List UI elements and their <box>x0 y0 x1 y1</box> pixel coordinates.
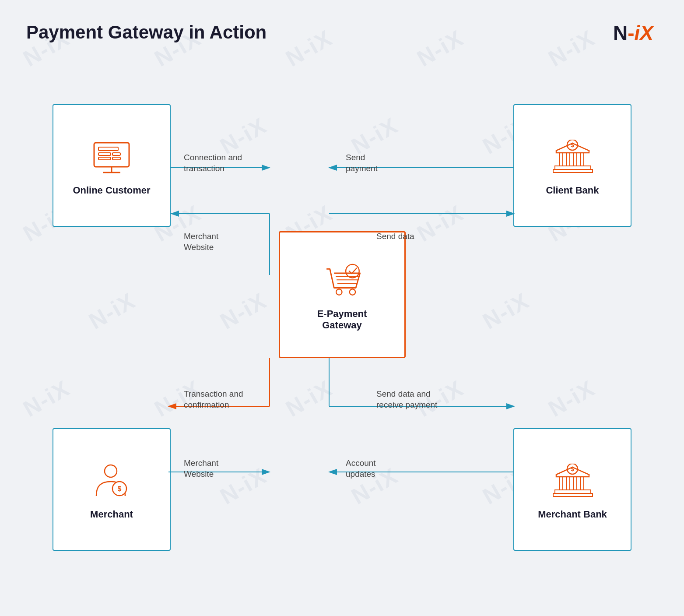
send-data-label: Send data <box>376 231 414 242</box>
svg-point-34 <box>336 289 342 295</box>
merchant-bank-node: $ Merchant Bank <box>513 428 631 551</box>
logo-n: N <box>613 21 628 44</box>
logo-ix: iX <box>635 21 653 44</box>
svg-rect-16 <box>98 153 111 155</box>
online-customer-icon <box>88 139 136 179</box>
svg-text:$: $ <box>117 485 121 493</box>
client-bank-title: Client Bank <box>546 185 599 196</box>
client-bank-icon: $ <box>548 139 596 179</box>
send-payment-label: Send payment <box>346 152 378 174</box>
svg-point-36 <box>346 264 359 278</box>
svg-rect-14 <box>94 143 129 167</box>
svg-point-37 <box>105 465 117 477</box>
logo-dash: - <box>628 21 634 44</box>
diagram: Online Customer $ <box>26 60 658 595</box>
merchant-title: Merchant <box>90 509 133 520</box>
svg-rect-25 <box>559 153 563 166</box>
merchant-website-top-label: Merchant Website <box>184 231 218 253</box>
svg-rect-19 <box>112 157 120 160</box>
transaction-confirmation-label: Transaction and confirmation <box>184 389 243 410</box>
page-title: Payment Gateway in Action <box>26 22 658 43</box>
svg-rect-48 <box>553 493 593 496</box>
svg-rect-43 <box>559 477 563 490</box>
connection-transaction-label: Connection and transaction <box>184 152 242 174</box>
epayment-gateway-icon <box>318 263 366 302</box>
merchant-node: $ Merchant <box>53 428 171 551</box>
page: N-iX N-iX N-iX N-iX N-iX N-iX N-iX N-iX … <box>0 0 684 616</box>
online-customer-title: Online Customer <box>73 185 150 196</box>
svg-rect-15 <box>98 147 118 151</box>
send-data-receive-payment-label: Send data and receive payment <box>376 389 437 410</box>
merchant-website-bottom-label: Merchant Website <box>184 458 218 479</box>
account-updates-label: Account updates <box>346 458 376 479</box>
svg-rect-45 <box>573 477 577 490</box>
svg-rect-17 <box>112 153 120 155</box>
client-bank-node: $ Client Bank <box>513 104 631 227</box>
svg-rect-29 <box>555 166 591 169</box>
svg-rect-26 <box>566 153 570 166</box>
merchant-bank-title: Merchant Bank <box>538 509 607 520</box>
svg-text:$: $ <box>571 141 574 148</box>
epayment-gateway-node: E-Payment Gateway <box>279 231 406 358</box>
svg-rect-47 <box>555 490 591 493</box>
svg-rect-18 <box>98 157 111 160</box>
svg-rect-28 <box>580 153 584 166</box>
merchant-icon: $ <box>88 463 136 503</box>
svg-rect-46 <box>580 477 584 490</box>
svg-rect-30 <box>553 169 593 172</box>
svg-text:$: $ <box>571 465 574 472</box>
online-customer-node: Online Customer <box>53 104 171 227</box>
svg-point-35 <box>349 289 355 295</box>
logo: N-iX <box>613 21 653 45</box>
epayment-gateway-title: E-Payment Gateway <box>317 308 367 331</box>
merchant-bank-icon: $ <box>548 463 596 503</box>
svg-rect-44 <box>566 477 570 490</box>
svg-rect-27 <box>573 153 577 166</box>
